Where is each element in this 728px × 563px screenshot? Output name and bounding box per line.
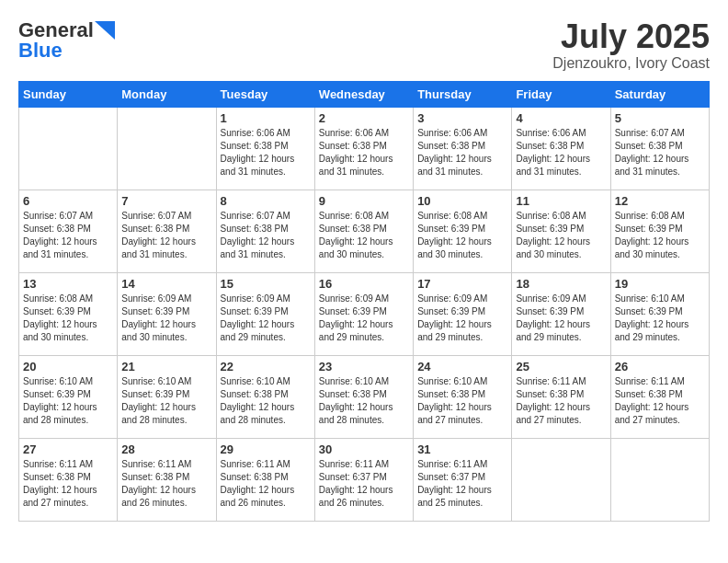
day-info: Sunrise: 6:07 AMSunset: 6:38 PMDaylight:… [23,210,113,261]
day-number: 4 [516,111,606,125]
day-info: Sunrise: 6:07 AMSunset: 6:38 PMDaylight:… [221,210,311,261]
day-number: 9 [319,194,409,208]
calendar-day-header: Wednesday [314,81,413,107]
day-info: Sunrise: 6:09 AMSunset: 6:39 PMDaylight:… [121,293,211,344]
day-info: Sunrise: 6:11 AMSunset: 6:38 PMDaylight:… [615,375,705,427]
day-info: Sunrise: 6:08 AMSunset: 6:38 PMDaylight:… [319,210,409,261]
calendar-day-header: Tuesday [216,81,314,107]
day-number: 26 [615,360,705,373]
calendar-week-row: 1Sunrise: 6:06 AMSunset: 6:38 PMDaylight… [19,107,710,190]
day-number: 13 [23,277,113,291]
day-number: 6 [23,194,113,208]
day-number: 23 [319,360,409,373]
calendar-cell: 25Sunrise: 6:11 AMSunset: 6:38 PMDayligh… [512,355,610,438]
day-number: 29 [221,442,311,456]
calendar-cell: 7Sunrise: 6:07 AMSunset: 6:38 PMDaylight… [118,190,216,272]
calendar-cell [512,438,610,521]
page-header: General Blue July 2025 Djenzoukro, Ivory… [18,18,710,72]
day-number: 3 [417,111,507,125]
day-info: Sunrise: 6:08 AMSunset: 6:39 PMDaylight:… [23,293,113,344]
calendar-cell: 6Sunrise: 6:07 AMSunset: 6:38 PMDaylight… [19,190,118,272]
calendar-cell: 9Sunrise: 6:08 AMSunset: 6:38 PMDaylight… [314,190,413,272]
calendar-cell: 30Sunrise: 6:11 AMSunset: 6:37 PMDayligh… [314,438,413,521]
day-info: Sunrise: 6:06 AMSunset: 6:38 PMDaylight:… [516,127,606,178]
day-number: 17 [417,277,507,291]
day-info: Sunrise: 6:06 AMSunset: 6:38 PMDaylight:… [417,127,507,178]
day-info: Sunrise: 6:09 AMSunset: 6:39 PMDaylight:… [221,293,311,344]
day-info: Sunrise: 6:06 AMSunset: 6:38 PMDaylight:… [221,127,311,178]
calendar-header-row: SundayMondayTuesdayWednesdayThursdayFrid… [19,81,710,107]
calendar-cell: 12Sunrise: 6:08 AMSunset: 6:39 PMDayligh… [610,190,709,272]
day-info: Sunrise: 6:10 AMSunset: 6:39 PMDaylight:… [23,375,113,427]
calendar-cell: 14Sunrise: 6:09 AMSunset: 6:39 PMDayligh… [118,272,216,355]
calendar-cell: 1Sunrise: 6:06 AMSunset: 6:38 PMDaylight… [216,107,314,190]
day-info: Sunrise: 6:11 AMSunset: 6:38 PMDaylight:… [121,458,211,510]
day-number: 28 [121,442,211,456]
day-number: 18 [516,277,606,291]
calendar-day-header: Sunday [19,81,118,107]
calendar-cell: 11Sunrise: 6:08 AMSunset: 6:39 PMDayligh… [512,190,610,272]
page-subtitle: Djenzoukro, Ivory Coast [552,55,710,72]
svg-marker-0 [95,21,115,40]
calendar-cell [19,107,118,190]
logo: General Blue [18,18,115,63]
day-info: Sunrise: 6:09 AMSunset: 6:39 PMDaylight:… [417,293,507,344]
calendar-day-header: Thursday [414,81,512,107]
calendar-cell: 8Sunrise: 6:07 AMSunset: 6:38 PMDaylight… [216,190,314,272]
day-info: Sunrise: 6:11 AMSunset: 6:37 PMDaylight:… [319,458,409,510]
calendar-cell: 18Sunrise: 6:09 AMSunset: 6:39 PMDayligh… [512,272,610,355]
calendar-cell: 21Sunrise: 6:10 AMSunset: 6:39 PMDayligh… [118,355,216,438]
calendar-cell: 22Sunrise: 6:10 AMSunset: 6:38 PMDayligh… [216,355,314,438]
calendar-cell: 19Sunrise: 6:10 AMSunset: 6:39 PMDayligh… [610,272,709,355]
calendar-day-header: Monday [118,81,216,107]
logo-icon [95,21,115,40]
calendar-cell: 16Sunrise: 6:09 AMSunset: 6:39 PMDayligh… [314,272,413,355]
calendar-cell [610,438,709,521]
calendar-cell: 3Sunrise: 6:06 AMSunset: 6:38 PMDaylight… [414,107,512,190]
day-number: 7 [121,194,211,208]
calendar-cell: 17Sunrise: 6:09 AMSunset: 6:39 PMDayligh… [414,272,512,355]
day-info: Sunrise: 6:11 AMSunset: 6:38 PMDaylight:… [516,375,606,427]
day-info: Sunrise: 6:07 AMSunset: 6:38 PMDaylight:… [615,127,705,178]
day-number: 19 [615,277,705,291]
calendar-cell: 28Sunrise: 6:11 AMSunset: 6:38 PMDayligh… [118,438,216,521]
day-number: 30 [319,442,409,456]
day-info: Sunrise: 6:09 AMSunset: 6:39 PMDaylight:… [319,293,409,344]
calendar-table: SundayMondayTuesdayWednesdayThursdayFrid… [18,81,710,522]
calendar-cell: 27Sunrise: 6:11 AMSunset: 6:38 PMDayligh… [19,438,118,521]
calendar-week-row: 27Sunrise: 6:11 AMSunset: 6:38 PMDayligh… [19,438,710,521]
calendar-cell [118,107,216,190]
day-info: Sunrise: 6:08 AMSunset: 6:39 PMDaylight:… [516,210,606,261]
day-number: 11 [516,194,606,208]
calendar-week-row: 13Sunrise: 6:08 AMSunset: 6:39 PMDayligh… [19,272,710,355]
calendar-day-header: Friday [512,81,610,107]
day-number: 1 [221,111,311,125]
day-number: 22 [221,360,311,373]
day-info: Sunrise: 6:06 AMSunset: 6:38 PMDaylight:… [319,127,409,178]
day-info: Sunrise: 6:08 AMSunset: 6:39 PMDaylight:… [417,210,507,261]
day-number: 27 [23,442,113,456]
day-info: Sunrise: 6:11 AMSunset: 6:37 PMDaylight:… [417,458,507,510]
day-number: 20 [23,360,113,373]
page-title: July 2025 [552,18,710,55]
day-info: Sunrise: 6:10 AMSunset: 6:39 PMDaylight:… [615,293,705,344]
calendar-cell: 26Sunrise: 6:11 AMSunset: 6:38 PMDayligh… [610,355,709,438]
calendar-cell: 5Sunrise: 6:07 AMSunset: 6:38 PMDaylight… [610,107,709,190]
day-info: Sunrise: 6:10 AMSunset: 6:38 PMDaylight:… [417,375,507,427]
title-area: July 2025 Djenzoukro, Ivory Coast [552,18,710,72]
calendar-cell: 13Sunrise: 6:08 AMSunset: 6:39 PMDayligh… [19,272,118,355]
calendar-cell: 10Sunrise: 6:08 AMSunset: 6:39 PMDayligh… [414,190,512,272]
day-number: 15 [221,277,311,291]
day-info: Sunrise: 6:10 AMSunset: 6:38 PMDaylight:… [319,375,409,427]
day-info: Sunrise: 6:08 AMSunset: 6:39 PMDaylight:… [615,210,705,261]
day-info: Sunrise: 6:11 AMSunset: 6:38 PMDaylight:… [23,458,113,510]
logo-blue-text: Blue [18,39,63,63]
calendar-cell: 2Sunrise: 6:06 AMSunset: 6:38 PMDaylight… [314,107,413,190]
day-info: Sunrise: 6:10 AMSunset: 6:38 PMDaylight:… [221,375,311,427]
calendar-cell: 24Sunrise: 6:10 AMSunset: 6:38 PMDayligh… [414,355,512,438]
day-info: Sunrise: 6:11 AMSunset: 6:38 PMDaylight:… [221,458,311,510]
day-number: 24 [417,360,507,373]
day-info: Sunrise: 6:10 AMSunset: 6:39 PMDaylight:… [121,375,211,427]
calendar-day-header: Saturday [610,81,709,107]
calendar-cell: 15Sunrise: 6:09 AMSunset: 6:39 PMDayligh… [216,272,314,355]
